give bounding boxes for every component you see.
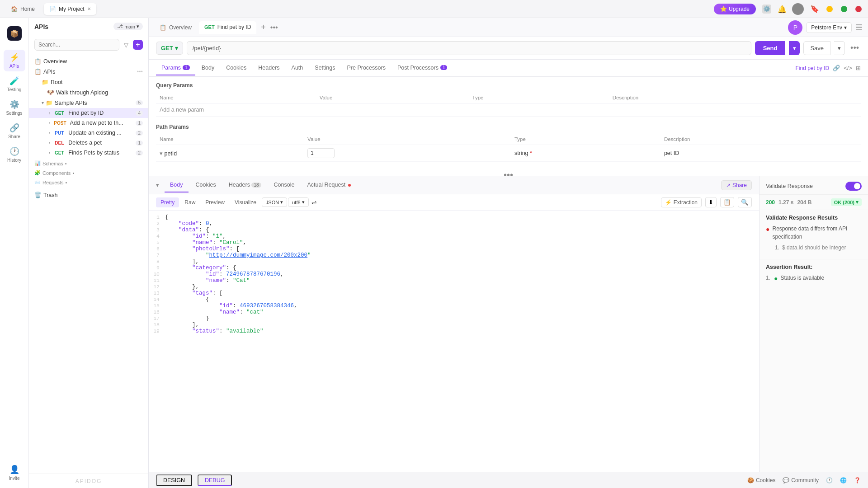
fmt-tab-visualize[interactable]: Visualize: [230, 197, 261, 207]
bookmark-icon[interactable]: 🔖: [810, 5, 819, 13]
add-button[interactable]: +: [133, 40, 143, 50]
sidebar-item-invite[interactable]: 👤 Invite: [4, 462, 25, 483]
ok-badge[interactable]: OK (200) ▾: [831, 198, 862, 206]
fmt-tab-pretty[interactable]: Pretty: [156, 197, 179, 207]
req-tab-params[interactable]: Params 1: [156, 61, 195, 75]
validate-results: Validate Response Results ● Response dat…: [760, 210, 868, 259]
clock-button[interactable]: 🕐: [826, 477, 833, 483]
req-tab-body[interactable]: Body: [196, 61, 220, 75]
tab-more-button[interactable]: •••: [270, 23, 278, 32]
resp-tab-body[interactable]: Body: [165, 178, 189, 192]
req-tab-post-processors[interactable]: Post Processors 1: [392, 61, 453, 75]
tree-item-delete-pet[interactable]: › DEL Deletes a pet 1: [29, 138, 148, 148]
req-tab-pre-processors[interactable]: Pre Processors: [341, 61, 391, 75]
apis-menu-icon: •••: [137, 69, 143, 75]
tree-item-overview[interactable]: 📋 Overview: [29, 56, 148, 66]
sidebar-item-share[interactable]: 🔗 Share: [4, 120, 25, 142]
search-input[interactable]: [34, 39, 119, 51]
save-button[interactable]: Save: [803, 41, 830, 55]
resp-tab-console[interactable]: Console: [269, 178, 300, 192]
maximize-button[interactable]: [841, 6, 847, 12]
add-pet-chevron: ›: [49, 121, 50, 126]
assertion-item: 1. ● Status is available: [766, 274, 862, 283]
minimize-button[interactable]: [826, 6, 833, 12]
search-code-button[interactable]: 🔍: [738, 197, 752, 207]
globe-button[interactable]: 🌐: [840, 477, 847, 483]
tree-item-trash[interactable]: 🗑️ Trash: [29, 190, 148, 200]
tree-item-add-pet[interactable]: › POST Add a new pet to th... 1: [29, 118, 148, 128]
resp-tab-headers[interactable]: Headers 18: [223, 178, 267, 192]
photo-url-link[interactable]: http://dummyimage.com/200x200: [209, 252, 308, 258]
send-button[interactable]: Send: [755, 41, 786, 55]
req-tab-settings[interactable]: Settings: [309, 61, 340, 75]
tab-add-button[interactable]: +: [258, 23, 269, 32]
tree-item-update-pet[interactable]: › PUT Update an existing ... 2: [29, 128, 148, 138]
resp-tab-actual-request[interactable]: Actual Request: [302, 178, 356, 192]
cookies-button[interactable]: 🍪 Cookies: [747, 477, 775, 483]
filter-button[interactable]: ▽: [122, 40, 130, 50]
save-dropdown-button[interactable]: ▾: [834, 41, 845, 55]
avatar[interactable]: [792, 3, 804, 15]
sidebar-toggle-button[interactable]: ☰: [855, 23, 863, 33]
tab-find-pet[interactable]: GET Find pet by ID: [199, 21, 256, 34]
tree-item-walkthrough[interactable]: 🐶 Walk through Apidog: [29, 87, 148, 98]
path-param-value[interactable]: [304, 145, 511, 162]
help-button[interactable]: ❓: [854, 477, 861, 483]
tree-item-finds-pets[interactable]: › GET Finds Pets by status 2: [29, 148, 148, 158]
req-tab-headers[interactable]: Headers: [253, 61, 285, 75]
method-chevron-icon: ▾: [175, 45, 178, 52]
add-param-label[interactable]: Add a new param: [156, 103, 861, 117]
validate-note: 1. $.data.id should be integer: [775, 244, 862, 252]
tree-item-root[interactable]: 📁 Root: [29, 77, 148, 87]
add-param-row[interactable]: Add a new param: [156, 103, 861, 117]
extraction-button[interactable]: ⚡ Extraction: [661, 197, 702, 207]
validate-toggle[interactable]: [845, 182, 862, 191]
encoding-selector[interactable]: utf8 ▾: [288, 197, 308, 207]
close-icon[interactable]: ✕: [87, 6, 91, 11]
sidebar-item-apis[interactable]: ⚡ APIs: [4, 50, 25, 71]
find-pet-link[interactable]: Find pet by ID: [796, 65, 830, 71]
tree-item-find-pet[interactable]: › GET Find pet by ID 4: [29, 108, 148, 118]
share-button[interactable]: ↗ Share: [721, 180, 752, 190]
wrap-button[interactable]: ⇌: [310, 198, 319, 207]
query-params-title: Query Params: [156, 82, 861, 89]
send-dropdown-button[interactable]: ▾: [789, 41, 800, 55]
copy-button[interactable]: 📋: [720, 197, 734, 207]
tree-section-components[interactable]: 🧩 Components •: [29, 167, 148, 177]
design-button[interactable]: DESIGN: [156, 474, 192, 486]
ok-chevron-icon: ▾: [856, 199, 859, 205]
tree-section-schemas[interactable]: 📊 Schemas •: [29, 158, 148, 167]
params-content: Query Params Name Value Type Description: [149, 77, 868, 176]
window-close-button[interactable]: [855, 6, 862, 12]
env-selector[interactable]: Petstore Env ▾: [806, 22, 852, 33]
tab-overview[interactable]: 📋 Overview: [154, 22, 197, 33]
status-row: 200 1.27 s 204 B OK (200) ▾: [760, 195, 868, 210]
url-input[interactable]: [187, 41, 751, 55]
tree-section-requests[interactable]: 📨 Requests •: [29, 177, 148, 186]
branch-selector[interactable]: ⎇ main ▾: [113, 23, 143, 30]
wrap-icon: ⇌: [311, 199, 317, 206]
json-format-selector[interactable]: JSON ▾: [262, 197, 287, 207]
sidebar-item-testing[interactable]: 🧪 Testing: [4, 73, 25, 95]
resp-tab-cookies[interactable]: Cookies: [190, 178, 222, 192]
tab-project[interactable]: 📄 My Project ✕: [44, 3, 96, 15]
tab-home[interactable]: 🏠 Home: [5, 3, 40, 15]
fmt-tab-preview[interactable]: Preview: [201, 197, 229, 207]
bell-icon[interactable]: 🔔: [778, 5, 786, 13]
download-button[interactable]: ⬇: [705, 197, 717, 207]
fmt-tab-raw[interactable]: Raw: [180, 197, 200, 207]
sample-apis-count: 5: [136, 100, 143, 105]
sidebar-item-history[interactable]: 🕐 History: [4, 144, 25, 165]
tree-item-apis[interactable]: 📋 APIs •••: [29, 66, 148, 77]
settings-icon[interactable]: ⚙️: [762, 5, 771, 14]
community-button[interactable]: 💬 Community: [783, 477, 819, 483]
collapse-button[interactable]: ▾: [156, 182, 159, 188]
debug-button[interactable]: DEBUG: [198, 474, 232, 486]
upgrade-button[interactable]: ⭐ Upgrade: [714, 4, 756, 14]
more-options-button[interactable]: •••: [849, 43, 861, 53]
sidebar-item-settings[interactable]: ⚙️ Settings: [4, 97, 25, 118]
method-selector[interactable]: GET ▾: [156, 42, 183, 55]
req-tab-cookies[interactable]: Cookies: [221, 61, 252, 75]
req-tab-auth[interactable]: Auth: [286, 61, 309, 75]
tree-item-sample-apis[interactable]: ▾ 📁 Sample APIs 5: [29, 98, 148, 108]
